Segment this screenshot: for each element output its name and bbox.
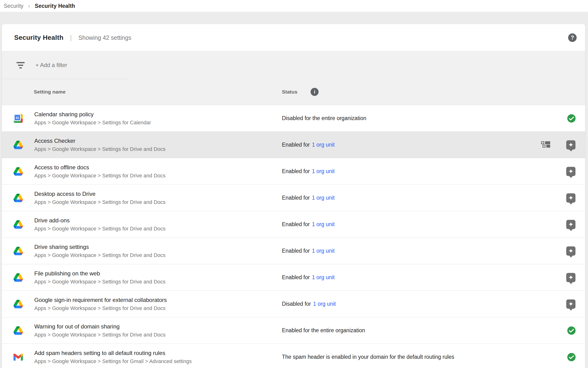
org-unit-link[interactable]: 1 org unit bbox=[312, 168, 335, 175]
setting-path: Apps > Google Workspace > Settings for D… bbox=[34, 225, 166, 232]
setting-path: Apps > Google Workspace > Settings for G… bbox=[34, 358, 192, 365]
gmail-icon bbox=[13, 352, 23, 362]
status-ok-icon bbox=[566, 113, 576, 123]
recommendation-icon[interactable]: ✦ bbox=[566, 273, 575, 282]
calendar-icon: 31 bbox=[13, 113, 23, 123]
recommendation-icon[interactable]: ✦ bbox=[566, 140, 575, 149]
title-separator: | bbox=[70, 34, 72, 41]
settings-card: Security Health | Showing 42 settings ? … bbox=[2, 24, 585, 368]
table-row[interactable]: 31 Drive add-ons Apps bbox=[2, 211, 585, 238]
org-unit-rule-icon[interactable] bbox=[541, 141, 551, 149]
setting-text: Access to offline docs Apps > Google Wor… bbox=[34, 164, 166, 179]
org-unit-link[interactable]: 1 org unit bbox=[313, 301, 336, 307]
column-status: Status bbox=[282, 89, 297, 95]
setting-title: Drive sharing settings bbox=[34, 243, 166, 250]
setting-text: Drive add-ons Apps > Google Workspace > … bbox=[34, 217, 166, 232]
setting-status: Enabled for the entire organization bbox=[282, 317, 365, 344]
status-text: Enabled for the entire organization bbox=[282, 327, 365, 334]
settings-list: 31 Calendar sharing policy bbox=[2, 105, 585, 368]
table-row[interactable]: 31 Desktop access to Drive bbox=[2, 185, 585, 211]
recommendation-icon[interactable]: ✦ bbox=[566, 246, 575, 256]
status-text: Enabled for bbox=[282, 221, 310, 228]
setting-title: Calendar sharing policy bbox=[34, 111, 151, 118]
table-row[interactable]: 31 Access Checker App bbox=[2, 132, 585, 158]
sparkle-icon: ✦ bbox=[566, 140, 575, 149]
org-unit-link[interactable]: 1 org unit bbox=[312, 221, 335, 228]
setting-text: Desktop access to Drive Apps > Google Wo… bbox=[34, 190, 166, 206]
setting-status: Enabled for 1 org unit bbox=[282, 158, 335, 184]
setting-title: Add spam headers setting to all default … bbox=[34, 350, 192, 357]
setting-text: Google sign-in requirement for external … bbox=[34, 296, 167, 312]
setting-title: Warning for out of domain sharing bbox=[34, 323, 166, 330]
column-setting-name: Setting name bbox=[34, 89, 66, 95]
setting-path: Apps > Google Workspace > Settings for D… bbox=[34, 278, 166, 285]
drive-icon bbox=[13, 220, 23, 230]
org-unit-link[interactable]: 1 org unit bbox=[312, 274, 335, 281]
setting-status: Enabled for 1 org unit bbox=[282, 132, 335, 158]
chevron-right-icon: › bbox=[28, 3, 30, 9]
setting-title: Drive add-ons bbox=[34, 217, 166, 224]
sparkle-icon: ✦ bbox=[566, 246, 575, 256]
security-health-screen: Security › Security Health Security Heal… bbox=[0, 0, 588, 368]
setting-title: Desktop access to Drive bbox=[34, 190, 166, 197]
add-filter-button[interactable]: + Add a filter bbox=[35, 62, 67, 68]
filter-icon[interactable] bbox=[16, 62, 25, 68]
setting-text: Drive sharing settings Apps > Google Wor… bbox=[34, 243, 166, 258]
setting-text: Add spam headers setting to all default … bbox=[34, 350, 192, 365]
drive-icon bbox=[13, 140, 23, 150]
table-row[interactable]: 31 Calendar sharing policy bbox=[2, 105, 585, 132]
status-text: Disabled for the entire organization bbox=[282, 115, 366, 121]
org-unit-link[interactable]: 1 org unit bbox=[312, 195, 335, 201]
org-unit-link[interactable]: 1 org unit bbox=[312, 142, 335, 148]
setting-path: Apps > Google Workspace > Settings for C… bbox=[34, 119, 151, 126]
status-text: Enabled for bbox=[282, 195, 310, 201]
recommendation-icon[interactable]: ✦ bbox=[566, 167, 575, 176]
table-header: Setting name Status i bbox=[2, 79, 585, 105]
setting-text: File publishing on the web Apps > Google… bbox=[34, 270, 166, 285]
setting-status: Enabled for 1 org unit bbox=[282, 185, 335, 211]
setting-path: Apps > Google Workspace > Settings for D… bbox=[34, 331, 166, 338]
status-ok-icon bbox=[566, 352, 576, 362]
setting-status: Disabled for 1 org unit bbox=[282, 291, 336, 317]
table-row[interactable]: 31 Add spam headers setting bbox=[2, 344, 585, 368]
info-icon[interactable]: i bbox=[311, 88, 319, 96]
table-row[interactable]: 31 Drive sharing settings bbox=[2, 238, 585, 264]
org-unit-link[interactable]: 1 org unit bbox=[312, 248, 335, 254]
status-text: The spam header is enabled in your domai… bbox=[282, 354, 454, 360]
setting-path: Apps > Google Workspace > Settings for D… bbox=[34, 252, 166, 258]
setting-path: Apps > Google Workspace > Settings for D… bbox=[34, 146, 166, 153]
setting-text: Access Checker Apps > Google Workspace >… bbox=[34, 137, 166, 153]
breadcrumb-security-link[interactable]: Security bbox=[4, 3, 23, 9]
filter-and-header-band: + Add a filter Setting name Status i bbox=[2, 51, 585, 105]
recommendation-icon[interactable]: ✦ bbox=[566, 220, 575, 229]
drive-icon bbox=[13, 273, 23, 283]
drive-icon bbox=[13, 193, 23, 203]
setting-path: Apps > Google Workspace > Settings for D… bbox=[34, 172, 166, 179]
recommendation-icon[interactable]: ✦ bbox=[566, 299, 575, 309]
setting-status: Enabled for 1 org unit bbox=[282, 264, 335, 291]
setting-status: Enabled for 1 org unit bbox=[282, 238, 335, 264]
sparkle-icon: ✦ bbox=[566, 220, 575, 229]
setting-status: Enabled for 1 org unit bbox=[282, 211, 335, 238]
settings-count: Showing 42 settings bbox=[78, 34, 131, 41]
status-ok-icon bbox=[566, 326, 576, 336]
sparkle-icon: ✦ bbox=[566, 273, 575, 282]
table-row[interactable]: 31 Google sign-in requireme bbox=[2, 291, 585, 317]
status-text: Enabled for bbox=[282, 168, 310, 175]
setting-title: Google sign-in requirement for external … bbox=[34, 296, 167, 304]
status-text: Disabled for bbox=[282, 301, 311, 307]
status-text: Enabled for bbox=[282, 274, 310, 281]
drive-icon bbox=[13, 246, 23, 256]
sparkle-icon: ✦ bbox=[566, 193, 575, 202]
status-text: Enabled for bbox=[282, 142, 310, 148]
table-row[interactable]: 31 Access to offline docs bbox=[2, 158, 585, 185]
breadcrumb-current-page: Security Health bbox=[35, 3, 75, 9]
setting-title: Access to offline docs bbox=[34, 164, 166, 171]
setting-status: Disabled for the entire organization bbox=[282, 105, 366, 131]
card-header: Security Health | Showing 42 settings ? bbox=[2, 24, 585, 51]
setting-path: Apps > Google Workspace > Settings for D… bbox=[34, 199, 166, 206]
help-icon[interactable]: ? bbox=[568, 33, 577, 42]
table-row[interactable]: 31 File publishing on the w bbox=[2, 264, 585, 291]
table-row[interactable]: 31 Warning for out of domai bbox=[2, 317, 585, 344]
recommendation-icon[interactable]: ✦ bbox=[566, 193, 575, 202]
